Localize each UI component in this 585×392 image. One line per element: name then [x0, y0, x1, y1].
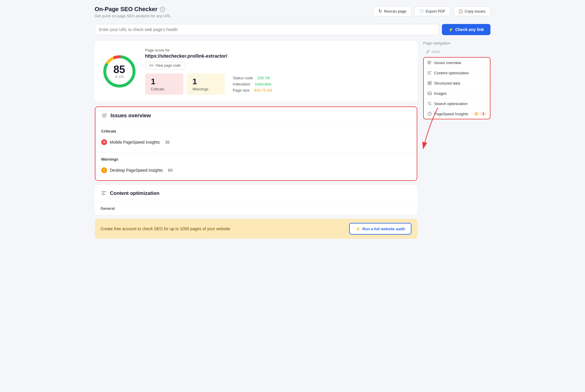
score-circle: 85 of 100: [102, 54, 137, 89]
content-area: 85 of 100 Page score for https://siteche…: [95, 41, 417, 239]
nav-pagespeed-label: PageSpeed Insights: [434, 112, 468, 116]
nav-pagespeed-badges: 1 1: [473, 112, 486, 116]
svg-rect-7: [106, 115, 107, 116]
score-number: 85: [113, 64, 125, 75]
critical-issue-item: ✕ Mobile PageSpeed Insights 36: [101, 137, 411, 147]
svg-rect-8: [102, 191, 106, 192]
critical-issue-count: 36: [165, 140, 170, 145]
svg-rect-18: [429, 82, 430, 84]
svg-rect-12: [428, 62, 430, 63]
criticals-count: 1: [151, 77, 177, 86]
url-input[interactable]: [95, 24, 439, 35]
svg-rect-11: [428, 61, 432, 62]
svg-rect-15: [428, 73, 430, 73]
issues-overview-header: Issues overview: [95, 107, 417, 124]
nav-item-issues-overview[interactable]: Issues overview: [424, 58, 490, 68]
copy-issues-button[interactable]: 📋 Copy issues: [453, 6, 490, 16]
nav-item-structured-data[interactable]: Structured data: [424, 78, 490, 88]
nav-issues-icon: [427, 60, 432, 65]
page-subtitle: Get quick on-page SEO analysis for any U…: [95, 14, 171, 18]
svg-rect-14: [428, 71, 432, 72]
score-url: https://sitechecker.pro/link-extractor/: [145, 54, 410, 59]
nav-item-content-optimization[interactable]: Content optimization: [424, 68, 490, 78]
indexation-value: Indexable: [255, 82, 272, 86]
warnings-section: Warnings ! Desktop PageSpeed Insights 69: [95, 152, 417, 180]
header-actions: ↻ Rescan page 📄 Export PDF 📋 Copy issues: [373, 6, 490, 16]
nav-content-label: Content optimization: [434, 71, 469, 75]
run-audit-button[interactable]: ⚡ Run a full website audit: [349, 223, 411, 235]
badge-red: 1: [480, 112, 486, 116]
warning-issue-count: 69: [168, 168, 173, 173]
svg-rect-19: [428, 92, 431, 95]
check-any-link-button[interactable]: ⚡ Check any link: [442, 24, 490, 35]
nav-images-icon: [427, 91, 432, 96]
warning-issue-item: ! Desktop PageSpeed Insights 69: [101, 165, 411, 176]
export-pdf-button[interactable]: 📄 Export PDF: [414, 6, 450, 16]
criticals-label: Criticals: [151, 87, 177, 91]
score-card: 85 of 100 Page score for https://siteche…: [95, 41, 417, 102]
issue-boxes: 1 Criticals 1 Warnings Status code 200 O…: [145, 73, 410, 95]
nav-issues-label: Issues overview: [434, 61, 461, 65]
main-layout: 85 of 100 Page score for https://siteche…: [95, 41, 490, 239]
critical-issue-name: Mobile PageSpeed Insights: [110, 140, 160, 145]
criticals-section-label: Criticals: [101, 129, 411, 133]
svg-rect-16: [428, 74, 431, 74]
page-title: On-Page SEO Checker ?: [95, 6, 171, 13]
url-row: ⚡ Check any link: [95, 24, 490, 35]
nav-item-pagespeed[interactable]: PageSpeed Insights 1 1: [424, 109, 490, 119]
svg-rect-10: [102, 194, 105, 195]
warning-icon: !: [101, 167, 107, 173]
warning-issue-name: Desktop PageSpeed Insights: [110, 168, 163, 173]
meta-info: Status code 200 OK Indexation Indexable …: [233, 76, 272, 92]
svg-rect-13: [428, 63, 431, 64]
issues-overview-icon: [101, 112, 108, 119]
nav-images-label: Images: [434, 91, 447, 96]
score-for-label: Page score for: [145, 48, 410, 52]
nav-box: Issues overview Content optimization: [423, 57, 490, 119]
score-of-label: of 100: [113, 75, 125, 78]
warnings-label: Warnings: [193, 87, 219, 91]
nav-content-icon: [427, 71, 432, 75]
nav-search-label: Search optimization: [434, 102, 468, 106]
links-icon: [426, 49, 430, 54]
warnings-count: 1: [193, 77, 219, 86]
content-opt-icon: [101, 190, 107, 197]
status-code-value: 200 OK: [258, 76, 270, 80]
criticals-box: 1 Criticals: [145, 73, 183, 95]
nav-item-images[interactable]: Images: [424, 88, 490, 99]
svg-point-20: [429, 92, 429, 93]
sidebar-nav: Page navigation Links: [423, 41, 490, 119]
page-header: On-Page SEO Checker ? Get quick on-page …: [95, 6, 490, 18]
critical-icon: ✕: [101, 139, 107, 145]
content-optimization-section: Content optimization General: [95, 185, 417, 215]
status-code-label: Status code: [233, 76, 253, 80]
issues-overview-section: Issues overview Criticals ✕ Mobile PageS…: [95, 106, 417, 181]
page-size-label: Page size: [233, 88, 250, 92]
bottom-banner: Create free account to check SEO for up …: [95, 219, 417, 239]
nav-structured-label: Structured data: [434, 81, 460, 85]
nav-search-icon: [427, 101, 432, 106]
page-nav-label: Page navigation: [423, 41, 490, 45]
help-icon[interactable]: ?: [160, 7, 165, 12]
issues-overview-title: Issues overview: [111, 113, 151, 119]
page-size-value: 839.75 KB: [254, 88, 272, 92]
nav-pagespeed-icon: [427, 111, 432, 116]
general-label: General: [95, 202, 417, 215]
warnings-section-label: Warnings: [101, 157, 411, 161]
content-optimization-title: Content optimization: [110, 190, 159, 196]
nav-links-label: Links: [423, 48, 490, 55]
rescan-button[interactable]: ↻ Rescan page: [373, 6, 411, 16]
banner-text: Create free account to check SEO for up …: [101, 226, 230, 231]
badge-orange: 1: [473, 112, 479, 116]
svg-rect-6: [102, 117, 106, 117]
content-optimization-header: Content optimization: [95, 185, 417, 202]
view-page-code-button[interactable]: </> View page code: [145, 62, 185, 69]
warnings-box: 1 Warnings: [187, 73, 225, 95]
score-info: Page score for https://sitechecker.pro/l…: [145, 48, 410, 95]
svg-rect-5: [102, 115, 106, 116]
nav-item-search-optimization[interactable]: Search optimization: [424, 99, 490, 109]
svg-rect-4: [102, 114, 107, 114]
nav-structured-icon: [427, 81, 432, 85]
criticals-section: Criticals ✕ Mobile PageSpeed Insights 36: [95, 124, 417, 152]
svg-rect-9: [102, 193, 104, 193]
